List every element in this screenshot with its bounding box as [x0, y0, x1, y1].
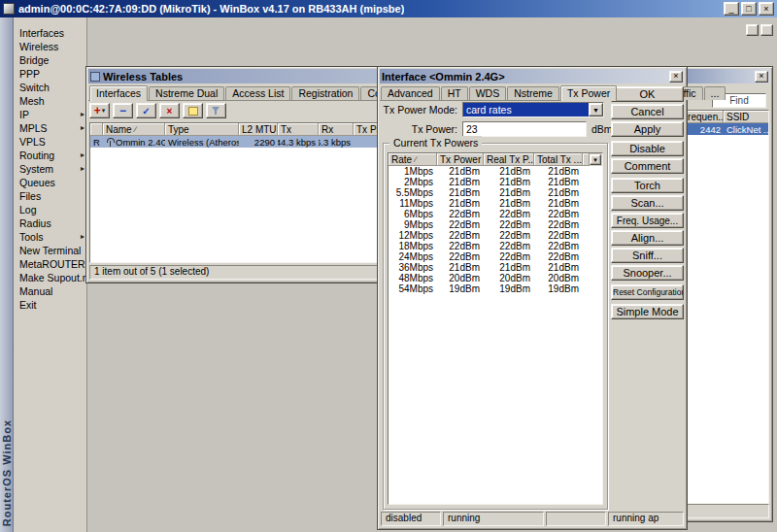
combo-arrow-icon[interactable]: ▼ [589, 103, 603, 116]
button-apply[interactable]: Apply [611, 121, 684, 137]
sidebar-item-tools[interactable]: Tools▸ [14, 230, 86, 244]
button-align[interactable]: Align... [611, 230, 684, 246]
column-header-real-tx-power[interactable]: Real Tx P... [484, 153, 534, 166]
column-header-rate[interactable]: Rate ∕ [388, 153, 437, 166]
button-ok[interactable]: OK [611, 86, 684, 102]
tx-power-input[interactable] [462, 121, 587, 137]
flags-cell: R [90, 137, 103, 148]
tx-power-cell: 22dBm [437, 230, 484, 241]
sidebar-item-label: PPP [19, 68, 40, 80]
sidebar-item-make-supout-rif[interactable]: Make Supout.rif [14, 271, 86, 284]
sidebar-item-radius[interactable]: Radius [14, 216, 86, 230]
tx-power-row[interactable]: 36Mbps21dBm21dBm21dBm [388, 262, 602, 273]
sidebar-item-files[interactable]: Files [14, 189, 86, 203]
sidebar-item-interfaces[interactable]: Interfaces [14, 26, 86, 40]
dialog-tab-tx-power[interactable]: Tx Power [560, 85, 617, 101]
sidebar-item-system[interactable]: System▸ [14, 162, 86, 176]
comment-button[interactable] [183, 103, 203, 118]
button-scan[interactable]: Scan... [611, 195, 684, 211]
sidebar-item-routing[interactable]: Routing▸ [14, 149, 86, 162]
maximize-button[interactable]: □ [741, 2, 757, 16]
tx-power-row[interactable]: 5.5Mbps21dBm21dBm21dBm [388, 187, 602, 198]
wt-tab-access-list[interactable]: Access List [225, 86, 290, 100]
column-select-button[interactable]: ▼ [590, 154, 601, 165]
button-comment[interactable]: Comment [611, 158, 684, 174]
column-header-type[interactable]: Type [165, 123, 239, 136]
close-icon[interactable]: × [669, 71, 683, 83]
tx-power-row[interactable]: 18Mbps22dBm22dBm22dBm [388, 241, 602, 251]
wt-tab-interfaces[interactable]: Interfaces [89, 85, 148, 101]
button-snooper[interactable]: Snooper... [611, 265, 684, 281]
close-icon[interactable]: × [755, 71, 768, 83]
remove-button[interactable]: − [113, 103, 133, 118]
tx-power-row[interactable]: 9Mbps22dBm22dBm22dBm [388, 219, 602, 230]
add-button[interactable]: + ▾ [89, 103, 110, 118]
tx-power-row[interactable]: 6Mbps22dBm22dBm22dBm [388, 209, 602, 219]
button-torch[interactable]: Torch [611, 178, 684, 193]
tx-power-cell: 1Mbps [388, 166, 437, 177]
button-reset-configuration[interactable]: Reset Configuration [611, 284, 684, 300]
tx-power-row[interactable]: 11Mbps21dBm21dBm21dBm [388, 198, 602, 209]
dialog-tab-nstreme[interactable]: Nstreme [507, 86, 559, 100]
wt-tab-nstreme-dual[interactable]: Nstreme Dual [149, 86, 224, 100]
submenu-arrow-icon: ▸ [81, 149, 84, 162]
tx-power-cell: 21dBm [484, 187, 534, 198]
tx-power-row[interactable]: 24Mbps22dBm22dBm22dBm [388, 251, 602, 262]
sidebar-item-ppp[interactable]: PPP [14, 67, 86, 81]
button-sniff[interactable]: Sniff... [611, 248, 684, 263]
dialog-tab-wds[interactable]: WDS [469, 86, 507, 100]
column-header-name[interactable]: Name ∕ [103, 123, 165, 136]
scan-window-titlebar[interactable]: × [677, 69, 770, 83]
sidebar-item-label: Wireless [19, 41, 58, 52]
button-simple-mode[interactable]: Simple Mode [611, 304, 684, 319]
sidebar-item-switch[interactable]: Switch [14, 81, 86, 94]
column-header-total-tx-power[interactable]: Total Tx ... [534, 153, 583, 166]
enable-button[interactable]: ✓ [136, 103, 156, 118]
tx-power-mode-select[interactable]: card rates ▼ [462, 102, 604, 117]
tx-power-cell: 22dBm [534, 230, 583, 241]
button-disable[interactable]: Disable [611, 141, 684, 156]
mdi-minimize-button[interactable] [746, 24, 759, 36]
sidebar-item-exit[interactable]: Exit [14, 298, 86, 312]
button-freq-usage[interactable]: Freq. Usage... [611, 213, 684, 228]
button-cancel[interactable]: Cancel [611, 104, 684, 119]
dialog-tab-advanced[interactable]: Advanced [381, 86, 440, 100]
app-titlebar[interactable]: admin@00:0C:42:7A:09:DD (MikroTik) - Win… [0, 0, 777, 17]
dialog-statusbar: disabledrunningrunning ap [381, 512, 684, 526]
dialog-tab-ht[interactable]: HT [441, 86, 468, 100]
mdi-restore-button[interactable] [760, 24, 773, 36]
tx-power-row[interactable]: 12Mbps22dBm22dBm22dBm [388, 230, 602, 241]
sidebar-item-mesh[interactable]: Mesh [14, 94, 86, 108]
interface-dialog-titlebar[interactable]: Interface <Ommin 2.4G> × [380, 69, 685, 83]
column-header-ssid[interactable]: SSID [724, 111, 768, 123]
tx-power-cell: 19dBm [484, 283, 534, 294]
disable-button[interactable]: × [159, 103, 180, 118]
filter-button[interactable] [206, 103, 226, 118]
dialog-tab-more[interactable]: ... [704, 86, 726, 100]
column-header-tx-power[interactable]: Tx Power [437, 153, 484, 166]
scan-row[interactable]: 2442 ClickNet ... [679, 123, 768, 135]
sidebar-item-mpls[interactable]: MPLS▸ [14, 121, 86, 135]
tx-power-row[interactable]: 54Mbps19dBm19dBm19dBm [388, 283, 602, 294]
sidebar-item-log[interactable]: Log [14, 203, 86, 216]
sidebar-item-wireless[interactable]: Wireless [14, 40, 86, 53]
close-button[interactable]: × [759, 2, 774, 16]
sidebar-item-manual[interactable]: Manual [14, 284, 86, 298]
wt-tab-registration[interactable]: Registration [291, 86, 359, 100]
sidebar-item-bridge[interactable]: Bridge [14, 53, 86, 67]
sidebar-item-queues[interactable]: Queues [14, 176, 86, 189]
column-header-rx[interactable]: Rx [319, 123, 354, 136]
column-header-flags[interactable] [90, 123, 103, 136]
sidebar-item-ip[interactable]: IP▸ [14, 108, 86, 121]
sidebar-item-vpls[interactable]: VPLS [14, 135, 86, 149]
sidebar-item-new-terminal[interactable]: New Terminal [14, 244, 86, 257]
tx-power-row[interactable]: 48Mbps20dBm20dBm20dBm [388, 273, 602, 283]
sidebar-item-metarouter[interactable]: MetaROUTER [14, 257, 86, 271]
column-header-tx[interactable]: Tx [278, 123, 319, 136]
tx-power-cell: 22dBm [437, 251, 484, 262]
comment-icon [188, 107, 198, 116]
column-header-l2mtu[interactable]: L2 MTU [239, 123, 278, 136]
minimize-button[interactable]: _ [724, 2, 739, 16]
tx-power-row[interactable]: 2Mbps21dBm21dBm21dBm [388, 177, 602, 187]
tx-power-row[interactable]: 1Mbps21dBm21dBm21dBm [388, 166, 602, 177]
